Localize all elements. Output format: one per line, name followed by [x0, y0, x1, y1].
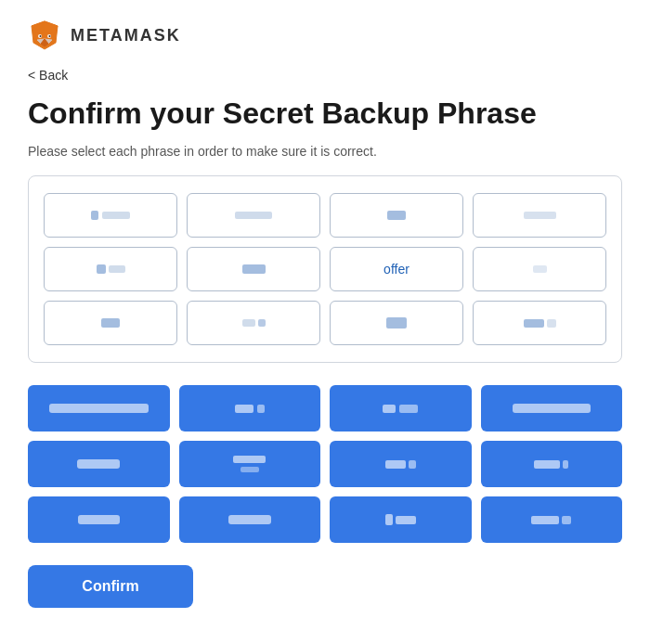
word-bank-btn-10[interactable]: [179, 496, 321, 543]
phrase-grid: offer: [44, 193, 606, 345]
phrase-slot-5[interactable]: [44, 247, 177, 291]
phrase-slot-10[interactable]: [187, 301, 320, 345]
svg-point-11: [49, 35, 51, 37]
phrase-slot-2[interactable]: [187, 193, 320, 238]
phrase-slot-7[interactable]: offer: [330, 247, 463, 291]
word-bank-btn-12[interactable]: [481, 496, 623, 543]
phrase-slot-8[interactable]: [473, 247, 606, 291]
metamask-logo-icon: [28, 19, 61, 52]
svg-point-10: [40, 35, 42, 37]
phrase-slot-3[interactable]: [330, 193, 463, 238]
drop-area: offer: [28, 175, 622, 363]
word-bank-btn-4[interactable]: [481, 385, 623, 431]
phrase-slot-11[interactable]: [330, 301, 463, 345]
phrase-slot-6[interactable]: [187, 247, 320, 291]
word-bank-btn-1[interactable]: [28, 385, 170, 431]
word-bank-btn-2[interactable]: [179, 385, 321, 431]
word-bank-btn-5[interactable]: [28, 441, 170, 487]
word-bank-btn-3[interactable]: [330, 385, 472, 431]
word-bank-btn-6[interactable]: [179, 441, 321, 487]
page-title: Confirm your Secret Backup Phrase: [28, 96, 622, 131]
page-container: METAMASK < Back Confirm your Secret Back…: [0, 0, 650, 636]
header: METAMASK: [28, 19, 622, 52]
back-link[interactable]: < Back: [28, 68, 68, 83]
phrase-slot-1[interactable]: [44, 193, 177, 238]
page-subtitle: Please select each phrase in order to ma…: [28, 144, 622, 159]
word-bank-btn-11[interactable]: [330, 496, 472, 543]
word-bank-btn-9[interactable]: [28, 496, 170, 543]
word-bank-grid: [28, 385, 622, 543]
phrase-slot-12[interactable]: [473, 301, 606, 345]
brand-name: METAMASK: [71, 26, 181, 45]
phrase-slot-4[interactable]: [473, 193, 606, 238]
word-bank-btn-7[interactable]: [330, 441, 472, 487]
placed-word-7: offer: [384, 262, 410, 277]
word-bank-btn-8[interactable]: [481, 441, 623, 487]
confirm-button[interactable]: Confirm: [28, 565, 193, 608]
phrase-slot-9[interactable]: [44, 301, 177, 345]
